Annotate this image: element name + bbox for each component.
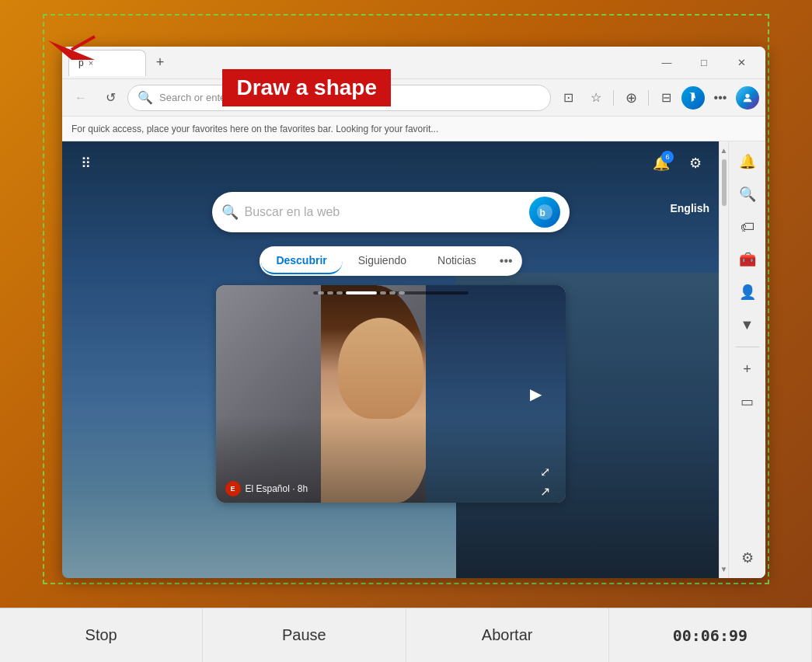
timer-display: 00:06:99	[609, 608, 812, 662]
minimize-button[interactable]: —	[649, 51, 685, 75]
header-right-icons: 🔔 6 ⚙	[647, 149, 709, 177]
search-container: 🔍 Buscar en la web b	[212, 192, 570, 232]
tabs-more-button[interactable]: •••	[492, 248, 521, 274]
source-icon: E	[225, 481, 241, 496]
browser-window: p × + — □ ✕ ← ↺ 🔍 Search or enter... ⊡ ☆…	[62, 47, 765, 578]
annotation-container: Draw a shape	[48, 17, 391, 106]
play-button[interactable]: ▶	[522, 380, 550, 408]
browser-sidebar: 🔔 🔍 🏷 🧰 👤 ▼ + ▭ ⚙	[728, 141, 765, 578]
arrow-svg	[48, 17, 219, 95]
search-icon: 🔍	[221, 204, 239, 221]
bing-search-button[interactable]: b	[529, 197, 560, 228]
split-view-button[interactable]: ⊟	[653, 85, 678, 110]
progress-dot-7	[399, 291, 405, 294]
sidebar-notification-icon[interactable]: 🔔	[734, 148, 761, 176]
control-bar: Stop Pause Abortar 00:06:99	[0, 608, 812, 662]
main-content: ⠿ 🔔 6 ⚙ 🔍 Buscar en la web	[62, 141, 765, 578]
pause-button[interactable]: Pause	[203, 608, 406, 662]
progress-dot-4	[346, 291, 377, 294]
favorites-button[interactable]: ☆	[584, 85, 608, 110]
abort-button[interactable]: Abortar	[406, 608, 609, 662]
sidebar-profile-icon[interactable]: 👤	[734, 278, 761, 306]
stop-button[interactable]: Stop	[0, 608, 203, 662]
apps-button[interactable]: ⠿	[71, 149, 99, 177]
progress-dot-2	[327, 291, 333, 294]
draw-shape-label: Draw a shape	[222, 69, 391, 106]
scrollbar[interactable]: ▲ ▼	[719, 141, 728, 578]
share-button[interactable]: ↗	[540, 484, 550, 499]
sidebar-tag-icon[interactable]: 🏷	[734, 213, 761, 241]
svg-text:b: b	[539, 207, 545, 218]
sidebar-divider	[736, 347, 759, 347]
favorites-text: For quick access, place your favorites h…	[71, 124, 438, 134]
notification-badge: 6	[661, 151, 674, 163]
language-button[interactable]: English	[670, 202, 709, 214]
sidebar-settings-icon[interactable]: ⚙	[734, 544, 761, 572]
sidebar-toolbox-icon[interactable]: 🧰	[734, 246, 761, 274]
progress-dot-5	[380, 291, 386, 294]
bing-icon	[681, 86, 705, 110]
progress-dot-6	[389, 291, 396, 294]
close-button[interactable]: ✕	[723, 51, 759, 75]
toolbar-icons: ⊡ ☆ ⊕ ⊟ •••	[556, 85, 759, 110]
profile-button[interactable]	[736, 86, 759, 110]
news-tabs: Descubrir Siguiendo Noticias •••	[259, 246, 521, 276]
tab-noticias[interactable]: Noticias	[422, 248, 492, 274]
toolbar-divider2	[648, 90, 649, 106]
news-thumbnail: ▶ ⤢ ↗ E El Español · 8h	[216, 285, 566, 503]
sidebar-search-icon[interactable]: 🔍	[734, 180, 761, 208]
sidebar-panel-icon[interactable]: ▭	[734, 388, 761, 416]
tab-siguiendo[interactable]: Siguiendo	[343, 248, 422, 274]
extensions-button[interactable]: ⊕	[619, 85, 643, 110]
news-card: ▶ ⤢ ↗ E El Español · 8h	[216, 285, 566, 503]
arrow-line	[71, 37, 95, 50]
favorites-bar: For quick access, place your favorites h…	[62, 117, 765, 141]
news-source: E El Español · 8h	[225, 481, 308, 496]
progress-dot-1	[318, 291, 324, 294]
arrow-head	[48, 40, 95, 60]
window-controls: — □ ✕	[649, 51, 759, 75]
scrollbar-thumb[interactable]	[722, 159, 727, 206]
tab-descubrir[interactable]: Descubrir	[260, 248, 342, 274]
sidebar-dropdown-icon[interactable]: ▼	[734, 311, 761, 339]
more-button[interactable]: •••	[708, 85, 733, 110]
svg-point-0	[745, 93, 749, 97]
notification-button[interactable]: 🔔 6	[647, 149, 675, 177]
video-progress	[313, 291, 469, 294]
search-box[interactable]: 🔍 Buscar en la web b	[212, 192, 570, 232]
sidebar-add-icon[interactable]: +	[734, 355, 761, 383]
new-tab-header: ⠿ 🔔 6 ⚙	[71, 149, 709, 177]
sidebar-bottom: ⚙	[734, 544, 761, 572]
maximize-button[interactable]: □	[686, 51, 722, 75]
source-text: El Español · 8h	[246, 483, 308, 494]
video-overlay	[216, 285, 566, 503]
immersive-reader-button[interactable]: ⊡	[556, 85, 580, 110]
toolbar-divider	[613, 90, 614, 106]
settings-button[interactable]: ⚙	[681, 149, 709, 177]
progress-dot-3	[336, 291, 343, 294]
new-tab-page: ⠿ 🔔 6 ⚙ 🔍 Buscar en la web	[62, 141, 719, 578]
search-input-placeholder: Buscar en la web	[245, 205, 523, 219]
expand-button[interactable]: ⤢	[540, 465, 550, 479]
